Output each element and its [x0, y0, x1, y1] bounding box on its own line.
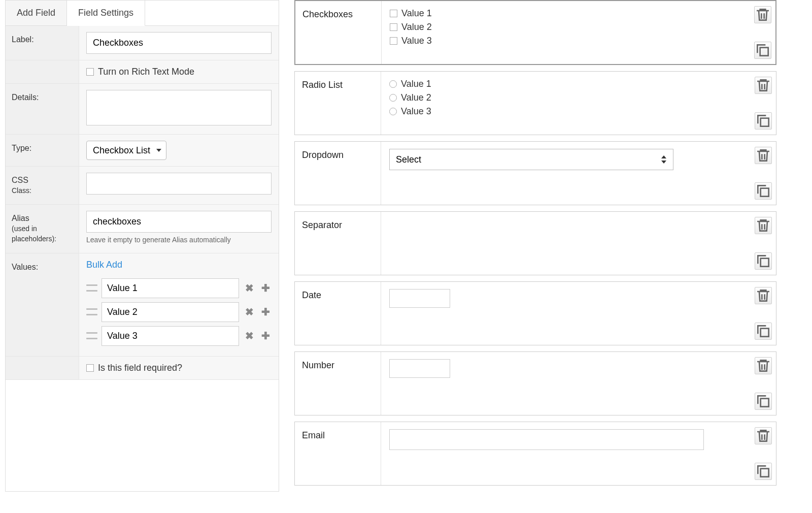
delete-field-button[interactable]	[755, 217, 772, 234]
tab-add-field[interactable]: Add Field	[6, 1, 67, 25]
type-select[interactable]: Checkbox List	[86, 141, 166, 160]
checkbox-icon	[390, 10, 397, 17]
settings-body[interactable]: Label: Turn on Rich Text Mode Details:	[6, 26, 279, 380]
form-preview-panel: Checkboxes Value 1 Value 2 Value 3 Radio…	[294, 0, 776, 492]
svg-rect-1	[761, 118, 769, 126]
value-input-1[interactable]	[101, 278, 239, 298]
label-input[interactable]	[86, 32, 272, 54]
duplicate-field-button[interactable]	[755, 252, 772, 270]
alias-input[interactable]	[86, 211, 272, 233]
duplicate-field-button[interactable]	[755, 323, 772, 340]
duplicate-field-button[interactable]	[755, 463, 772, 480]
checkbox-icon	[86, 364, 94, 372]
field-label: Date	[295, 282, 381, 345]
radio-option[interactable]: Value 1	[389, 79, 431, 89]
trash-icon	[755, 287, 771, 304]
drag-handle-icon[interactable]	[86, 284, 97, 292]
remove-value-button[interactable]: ✖	[243, 282, 255, 294]
radio-option[interactable]: Value 3	[389, 106, 431, 117]
trash-icon	[755, 77, 771, 93]
add-value-button[interactable]: ✚	[259, 282, 272, 294]
number-input[interactable]	[389, 359, 450, 378]
alias-label: Alias (used in placeholders):	[6, 205, 79, 252]
checkbox-option[interactable]: Value 2	[390, 22, 432, 33]
trash-icon	[755, 147, 771, 164]
css-class-label: CSS Class:	[6, 167, 79, 204]
value-row: ✖ ✚	[86, 278, 272, 298]
tabs: Add Field Field Settings	[6, 1, 279, 26]
trash-icon	[755, 358, 771, 374]
bulk-add-link[interactable]: Bulk Add	[86, 260, 122, 270]
add-value-button[interactable]: ✚	[259, 330, 272, 342]
duplicate-field-button[interactable]	[754, 42, 771, 59]
svg-rect-2	[761, 188, 769, 197]
remove-value-button[interactable]: ✖	[243, 330, 255, 342]
svg-rect-0	[760, 48, 768, 56]
preview-field-separator[interactable]: Separator	[294, 211, 776, 275]
add-value-button[interactable]: ✚	[259, 306, 272, 318]
preview-field-email[interactable]: Email	[294, 422, 776, 486]
copy-icon	[755, 253, 771, 269]
delete-field-button[interactable]	[755, 77, 772, 94]
email-input[interactable]	[389, 429, 704, 450]
radio-list: Value 1 Value 2 Value 3	[389, 79, 431, 117]
details-input[interactable]	[86, 90, 272, 125]
trash-icon	[755, 7, 771, 23]
required-toggle[interactable]: Is this field required?	[86, 363, 272, 373]
date-input[interactable]	[389, 289, 450, 308]
delete-field-button[interactable]	[755, 147, 772, 164]
delete-field-button[interactable]	[755, 357, 772, 374]
delete-field-button[interactable]	[754, 6, 771, 23]
details-label: Details:	[6, 84, 79, 134]
copy-icon	[755, 113, 771, 129]
radio-icon	[389, 108, 397, 115]
rich-text-toggle[interactable]: Turn on Rich Text Mode	[86, 67, 272, 77]
copy-icon	[755, 183, 771, 199]
values-label: Values:	[6, 253, 79, 356]
checkbox-icon	[86, 68, 94, 76]
radio-icon	[389, 94, 397, 102]
delete-field-button[interactable]	[755, 427, 772, 444]
duplicate-field-button[interactable]	[755, 393, 772, 410]
field-label: Dropdown	[295, 142, 381, 205]
empty-label	[6, 357, 79, 379]
copy-icon	[755, 393, 771, 409]
empty-label	[6, 60, 79, 83]
checkbox-icon	[390, 23, 397, 31]
trash-icon	[755, 428, 771, 444]
copy-icon	[755, 42, 771, 58]
value-input-2[interactable]	[101, 302, 239, 322]
value-input-3[interactable]	[101, 326, 239, 346]
dropdown-select[interactable]: Select	[389, 149, 673, 170]
css-class-input[interactable]	[86, 173, 272, 195]
value-row: ✖ ✚	[86, 326, 272, 346]
radio-option[interactable]: Value 2	[389, 92, 431, 103]
field-label: Radio List	[295, 72, 381, 135]
value-row: ✖ ✚	[86, 302, 272, 322]
drag-handle-icon[interactable]	[86, 308, 97, 315]
tab-field-settings[interactable]: Field Settings	[67, 1, 145, 26]
preview-field-number[interactable]: Number	[294, 351, 776, 415]
svg-rect-3	[761, 259, 769, 267]
field-settings-panel: Add Field Field Settings Label: Turn on …	[5, 0, 279, 492]
drag-handle-icon[interactable]	[86, 332, 97, 339]
duplicate-field-button[interactable]	[755, 112, 772, 130]
preview-field-date[interactable]: Date	[294, 281, 776, 345]
alias-hint: Leave it empty to generate Alias automat…	[86, 236, 272, 244]
type-label: Type:	[6, 135, 79, 166]
remove-value-button[interactable]: ✖	[243, 306, 255, 318]
delete-field-button[interactable]	[755, 287, 772, 304]
field-label: Number	[295, 352, 381, 415]
checkbox-option[interactable]: Value 3	[390, 36, 432, 46]
preview-field-dropdown[interactable]: Dropdown Select	[294, 141, 776, 205]
rich-text-label: Turn on Rich Text Mode	[98, 67, 194, 77]
svg-rect-5	[761, 399, 769, 407]
copy-icon	[755, 463, 771, 479]
preview-field-checkboxes[interactable]: Checkboxes Value 1 Value 2 Value 3	[294, 0, 776, 65]
duplicate-field-button[interactable]	[755, 182, 772, 200]
required-label: Is this field required?	[98, 363, 182, 373]
field-label: Checkboxes	[295, 1, 382, 64]
preview-field-radio[interactable]: Radio List Value 1 Value 2 Value 3	[294, 71, 776, 135]
trash-icon	[755, 217, 771, 234]
checkbox-option[interactable]: Value 1	[390, 8, 432, 19]
